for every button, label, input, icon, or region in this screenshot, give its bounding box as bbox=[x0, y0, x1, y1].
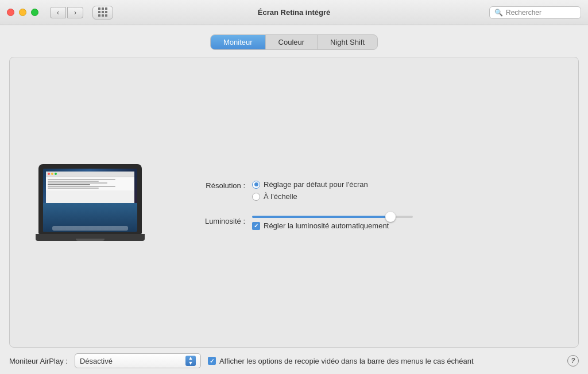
slider-container: ✓ Régler la luminosité automatiquement bbox=[252, 212, 413, 230]
grid-button[interactable] bbox=[92, 6, 113, 20]
search-input[interactable] bbox=[506, 9, 576, 17]
screen-dot-red bbox=[48, 173, 50, 175]
radio-default-label: Réglage par défaut pour l'écran bbox=[264, 180, 368, 189]
mirror-row: ✓ Afficher les options de recopie vidéo … bbox=[208, 357, 560, 365]
screen-dot-yellow bbox=[51, 173, 53, 175]
resolution-controls: Réglage par défaut pour l'écran À l'éche… bbox=[252, 180, 368, 201]
macbook-base bbox=[36, 234, 145, 241]
content-panel: Résolution : Réglage par défaut pour l'é… bbox=[9, 57, 579, 348]
brightness-row: Luminosité : ✓ Régler la luminosité auto… bbox=[176, 212, 561, 230]
tab-moniteur[interactable]: Moniteur bbox=[211, 35, 266, 49]
tabs-container: Moniteur Couleur Night Shift bbox=[0, 25, 588, 57]
screen-topbar bbox=[46, 172, 134, 177]
auto-brightness-row: ✓ Régler la luminosité automatiquement bbox=[252, 221, 413, 230]
screen-body bbox=[46, 177, 134, 190]
help-button[interactable]: ? bbox=[567, 355, 579, 367]
resolution-label: Résolution : bbox=[176, 180, 245, 190]
auto-brightness-label: Régler la luminosité automatiquement bbox=[264, 221, 389, 230]
minimize-button[interactable] bbox=[19, 9, 26, 16]
radio-scale[interactable] bbox=[252, 193, 260, 201]
tabs: Moniteur Couleur Night Shift bbox=[210, 34, 378, 50]
main-content: Moniteur Couleur Night Shift bbox=[0, 25, 588, 374]
macbook-illustration bbox=[27, 164, 153, 241]
window-title: Écran Retina intégré bbox=[258, 8, 330, 17]
mirror-checkbox[interactable]: ✓ bbox=[208, 357, 216, 365]
brightness-label: Luminosité : bbox=[176, 217, 245, 225]
checkmark-icon: ✓ bbox=[254, 223, 258, 229]
settings-area: Résolution : Réglage par défaut pour l'é… bbox=[176, 174, 561, 230]
grid-icon bbox=[98, 7, 108, 17]
forward-button[interactable]: › bbox=[67, 7, 83, 18]
tab-nightshift[interactable]: Night Shift bbox=[318, 35, 377, 49]
screen-line bbox=[48, 186, 115, 187]
resolution-option-default[interactable]: Réglage par défaut pour l'écran bbox=[252, 180, 368, 189]
screen-line bbox=[48, 179, 115, 180]
screen-wallpaper bbox=[43, 203, 137, 232]
airplay-label: Moniteur AirPlay : bbox=[9, 357, 68, 365]
search-box[interactable]: 🔍 bbox=[489, 6, 581, 19]
maximize-button[interactable] bbox=[31, 9, 38, 16]
bottom-bar: Moniteur AirPlay : Désactivé ▲ ▼ ✓ Affic… bbox=[0, 348, 588, 374]
radio-scale-label: À l'échelle bbox=[264, 192, 297, 201]
screen-dock bbox=[52, 226, 127, 231]
mirror-label: Afficher les options de recopie vidéo da… bbox=[219, 357, 474, 365]
resolution-option-scale[interactable]: À l'échelle bbox=[252, 192, 368, 201]
macbook-screen bbox=[43, 169, 137, 232]
auto-brightness-checkbox[interactable]: ✓ bbox=[252, 222, 260, 230]
brightness-slider[interactable] bbox=[252, 216, 413, 218]
tab-couleur[interactable]: Couleur bbox=[266, 35, 318, 49]
nav-buttons: ‹ › bbox=[50, 7, 83, 18]
close-button[interactable] bbox=[7, 9, 14, 16]
mirror-checkmark-icon: ✓ bbox=[210, 358, 214, 364]
screen-dot-green bbox=[55, 173, 57, 175]
macbook bbox=[30, 164, 150, 241]
screen-line bbox=[48, 184, 90, 185]
resolution-row: Résolution : Réglage par défaut pour l'é… bbox=[176, 180, 561, 201]
titlebar: ‹ › Écran Retina intégré 🔍 bbox=[0, 0, 588, 25]
macbook-screen-outer bbox=[38, 164, 142, 234]
screen-line bbox=[48, 188, 99, 189]
traffic-lights bbox=[7, 9, 38, 16]
search-icon: 🔍 bbox=[494, 9, 503, 17]
airplay-value: Désactivé bbox=[80, 357, 113, 365]
slider-thumb[interactable] bbox=[385, 212, 396, 222]
back-button[interactable]: ‹ bbox=[50, 7, 66, 18]
screen-line bbox=[48, 181, 99, 182]
radio-default[interactable] bbox=[252, 181, 260, 189]
select-arrows-icon: ▲ ▼ bbox=[185, 356, 196, 366]
screen-line bbox=[48, 182, 107, 184]
airplay-select[interactable]: Désactivé ▲ ▼ bbox=[75, 353, 201, 368]
